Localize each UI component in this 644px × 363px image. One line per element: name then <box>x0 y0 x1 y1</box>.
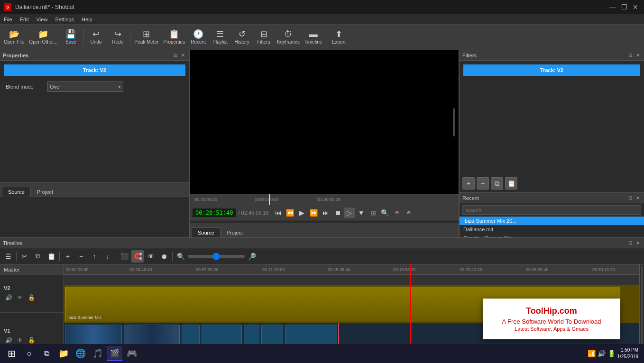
minimize-button[interactable]: — <box>608 2 617 12</box>
recent-panel-controls: ⊡ ✕ <box>627 195 641 201</box>
taskbar-app-chrome[interactable]: 🌐 <box>73 346 88 361</box>
v1-track-controls: 🔊 👁 🔓 <box>4 336 60 345</box>
recent-item-0[interactable]: Ibiza Summer Mix 20... <box>460 217 644 225</box>
skip-end-button[interactable]: ⏭ <box>321 208 331 218</box>
menu-file[interactable]: File <box>0 16 16 23</box>
taskbar-app-game[interactable]: 🎮 <box>124 346 139 361</box>
tl-sep-1 <box>16 252 17 261</box>
zoom-out-transport[interactable]: ⊖ <box>392 208 402 218</box>
recent-title: Recent <box>462 195 479 201</box>
blend-mode-select[interactable]: Over Add Multiply Screen Overlay <box>47 82 123 92</box>
timeline-close-button[interactable]: ✕ <box>635 240 641 246</box>
skip-start-button[interactable]: ⏮ <box>273 208 284 218</box>
source-content <box>0 197 189 237</box>
timeline-cut-button[interactable]: ✂ <box>18 250 31 263</box>
zoom-in-transport[interactable]: ⊕ <box>404 208 414 218</box>
source-tab[interactable]: Source <box>2 187 31 197</box>
filter-add-button[interactable]: + <box>462 177 475 190</box>
task-view-button[interactable]: ⧉ <box>39 346 54 361</box>
timeline-button[interactable]: ▬ Timeline <box>303 26 324 49</box>
taskbar-time: 1:50 PM <box>617 347 639 354</box>
timeline-overwrite-button[interactable]: − <box>75 250 87 263</box>
properties-button[interactable]: 📋 Properties <box>162 26 187 49</box>
history-button[interactable]: ↺ History <box>231 26 252 49</box>
zoom-button[interactable]: 🔍 <box>380 208 390 218</box>
playlist-button[interactable]: ☰ Playlist <box>210 26 230 49</box>
v1-eye-button[interactable]: 👁 <box>15 336 25 345</box>
maximize-button[interactable]: ❐ <box>619 2 629 12</box>
filters-header: Filters ⊡ ✕ <box>460 50 644 61</box>
timeline-clip-mode-button[interactable]: ⬛ <box>118 250 130 263</box>
prev-frame-button[interactable]: ⏪ <box>285 208 295 218</box>
recent-float-button[interactable]: ⊡ <box>627 195 634 201</box>
filters-button[interactable]: ⊟ Filters <box>253 26 274 49</box>
menu-help[interactable]: Help <box>78 16 96 23</box>
v2-eye-button[interactable]: 👁 <box>15 293 25 302</box>
timeline-float-button[interactable]: ⊡ <box>627 240 634 246</box>
recent-item-1[interactable]: Dalliance.mlt <box>460 225 644 234</box>
filters-close-button[interactable]: ✕ <box>635 52 641 59</box>
timeline-snap-button[interactable]: 🧲 <box>131 250 144 263</box>
recent-button[interactable]: 🕐 Recent <box>188 26 209 49</box>
menu-edit[interactable]: Edit <box>16 16 33 23</box>
v2-lock-button[interactable]: 🔓 <box>27 293 36 302</box>
menu-view[interactable]: View <box>33 16 52 23</box>
timeline-copy-button[interactable]: ⧉ <box>32 250 44 263</box>
peak-meter-button[interactable]: ⊞ Peak Meter <box>132 26 160 49</box>
menu-settings[interactable]: Settings <box>51 16 78 23</box>
filter-copy-button[interactable]: ⧉ <box>491 177 503 190</box>
recent-close-button[interactable]: ✕ <box>635 195 641 201</box>
master-label: Master <box>4 267 20 272</box>
recent-search-input[interactable] <box>462 205 641 215</box>
save-label: Save <box>65 39 76 45</box>
open-other-button[interactable]: 📁 Open Other... <box>27 26 59 49</box>
close-button[interactable]: ✕ <box>631 2 640 12</box>
zoom-slider[interactable] <box>188 255 245 258</box>
timeline-paste-button[interactable]: 📋 <box>45 250 57 263</box>
taskbar-app-explorer[interactable]: 📁 <box>56 346 71 361</box>
redo-button[interactable]: ↪ Redo <box>107 26 128 49</box>
filter-remove-button[interactable]: − <box>477 177 489 190</box>
project-tab[interactable]: Project <box>31 187 59 197</box>
timeline-record-button[interactable]: ⏺ <box>158 250 170 263</box>
timeline-lift-button[interactable]: + <box>62 250 74 263</box>
taskbar-clock[interactable]: 1:50 PM 1/25/2019 <box>617 347 643 360</box>
keyframes-button[interactable]: ⏱ Keyframes <box>275 26 302 49</box>
preview-scrollbar[interactable] <box>453 108 455 136</box>
properties-close-button[interactable]: ✕ <box>180 52 186 59</box>
timeline-overwrite2-button[interactable]: ↓ <box>101 250 114 263</box>
export-button[interactable]: ⬆ Export <box>328 26 349 49</box>
more-button[interactable]: ▼ <box>356 208 367 218</box>
timecode-display[interactable]: 00:20:51:40 <box>193 209 236 217</box>
timeline-zoom-out-button[interactable]: 🔍 <box>175 250 187 263</box>
play-button[interactable]: ▶ <box>297 208 307 218</box>
filters-panel-controls: ⊡ ✕ <box>627 52 641 59</box>
taskbar-app-spotify[interactable]: 🎵 <box>90 346 105 361</box>
start-button[interactable]: ⊞ <box>2 344 21 363</box>
grid-button[interactable]: ⊞ <box>368 208 378 218</box>
timeline-lift2-button[interactable]: ↑ <box>88 250 101 263</box>
filters-float-button[interactable]: ⊡ <box>627 52 634 59</box>
properties-float-button[interactable]: ⊡ <box>172 52 179 59</box>
preview-source-tab[interactable]: Source <box>192 227 221 237</box>
save-button[interactable]: 💾 Save <box>60 26 81 49</box>
right-col: Filters ⊡ ✕ Track: V2 + − ⧉ 📋 Recent ⊡ <box>459 50 644 237</box>
timeline-menu-button[interactable]: ☰ <box>2 250 14 263</box>
timeline-zoom-in-button[interactable]: 🔎 <box>246 250 258 263</box>
timeline-ripple-button[interactable]: 👁 <box>145 250 157 263</box>
windows-taskbar: ⊞ ○ ⧉ 📁 🌐 🎵 🎬 🎮 📶 🔊 🔋 1:50 PM 1/25/2019 <box>0 344 644 363</box>
taskbar-app-shotcut[interactable]: 🎬 <box>107 346 122 361</box>
search-button[interactable]: ○ <box>22 346 37 361</box>
preview-project-tab[interactable]: Project <box>221 227 249 237</box>
undo-button[interactable]: ↩ Undo <box>85 26 106 49</box>
v1-audio-button[interactable]: 🔊 <box>4 336 13 345</box>
next-frame-button[interactable]: ⏩ <box>309 208 319 218</box>
v2-audio-button[interactable]: 🔊 <box>4 293 13 302</box>
source-area: Source Project <box>0 183 189 237</box>
filter-paste-button[interactable]: 📋 <box>505 177 517 190</box>
blend-mode-wrapper[interactable]: Over Add Multiply Screen Overlay <box>47 82 123 92</box>
in-point-button[interactable]: ▷ <box>344 208 355 218</box>
stop-button[interactable]: ⏹ <box>332 208 343 218</box>
open-file-button[interactable]: 📂 Open File <box>2 26 26 49</box>
v1-lock-button[interactable]: 🔓 <box>27 336 36 345</box>
